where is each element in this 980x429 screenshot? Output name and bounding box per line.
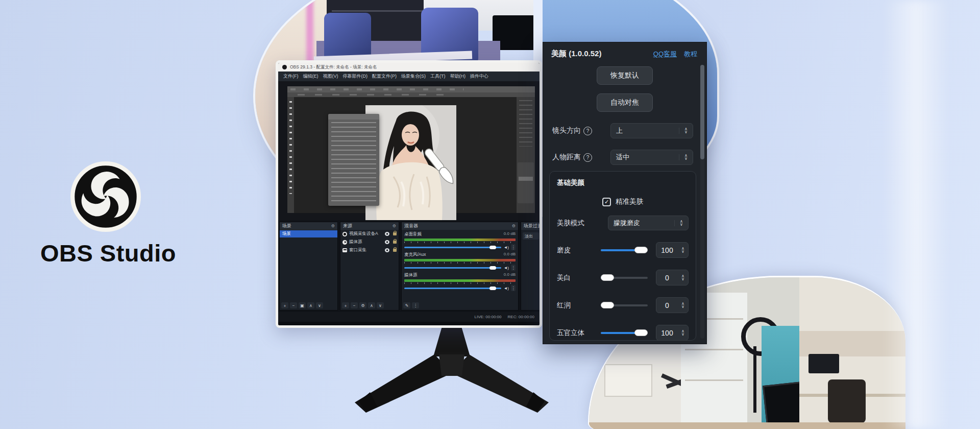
menu-file[interactable]: 文件(F) [283,73,299,80]
volume-slider[interactable] [404,245,501,249]
volume-slider[interactable] [404,286,501,290]
person-distance-row: 人物距离 ? 适中 ∧∨ [552,150,693,165]
source-properties-icon[interactable]: ⚙ [359,302,366,308]
filters-icon[interactable]: ✎ [403,302,410,308]
scenes-dock-title: 场景 [282,223,291,229]
editor-options-bar [287,92,535,97]
restore-defaults-button[interactable]: 恢复默认 [597,66,653,85]
select-chevrons-icon: ∧∨ [679,128,693,134]
smoothing-slider-row: 磨皮 100 ∧∨ [557,242,689,258]
volume-meter [404,259,516,261]
rosy-spinbox[interactable]: 0 ∧∨ [656,297,689,313]
slider-handle[interactable] [601,302,614,308]
channel-more-icon[interactable]: ⋮ [511,265,516,271]
add-source-icon[interactable]: ＋ [342,302,349,308]
live-status: LIVE: 00:00:00 [475,315,502,319]
menu-edit[interactable]: 编辑(E) [303,73,318,80]
slider-handle[interactable] [634,329,648,336]
menu-tools[interactable]: 工具(T) [430,73,446,80]
scene-item[interactable]: 场景 [280,230,337,237]
remove-source-icon[interactable]: − [351,302,358,308]
speaker-icon[interactable]: ◄) [503,245,509,250]
page: OBS Studio OBS 29.1.3 - 配置文件: 未命名 - 场景: … [0,0,980,429]
meter-ticks [404,262,516,264]
menu-profile[interactable]: 配置文件(P) [372,73,397,80]
channel-more-icon[interactable]: ⋮ [511,285,516,291]
smoothing-slider[interactable] [601,247,648,253]
spin-chevrons-icon[interactable]: ∧∨ [678,247,688,253]
editor-floating-panel [328,114,379,206]
channel-db: 0.0 dB [504,252,516,258]
spin-chevrons-icon[interactable]: ∧∨ [678,275,688,281]
spin-chevrons-icon[interactable]: ∧∨ [678,302,688,308]
source-down-icon[interactable]: ∨ [377,302,384,308]
tutorial-link[interactable]: 教程 [684,50,697,59]
face-3d-slider[interactable] [601,329,648,336]
qq-support-link[interactable]: QQ客服 [653,50,677,59]
dock-menu-icon[interactable]: ⚙ [393,224,396,228]
help-icon[interactable]: ? [583,153,592,162]
speaker-icon[interactable]: ◄) [503,286,509,291]
menu-docks[interactable]: 停靠部件(D) [343,73,368,80]
speaker-icon[interactable]: ◄) [503,266,509,270]
face-3d-spinbox[interactable]: 100 ∧∨ [656,325,689,341]
panel-scrollbar[interactable] [700,65,704,339]
scene-down-icon[interactable]: ∨ [316,302,323,308]
source-label: 窗口采集 [349,247,383,253]
volume-slider[interactable] [404,266,501,270]
rosy-value: 0 [656,301,678,309]
whitening-spinbox[interactable]: 0 ∧∨ [656,270,689,285]
help-icon[interactable]: ? [583,127,592,135]
slider-handle[interactable] [634,247,648,253]
visibility-eye-icon[interactable] [385,232,389,236]
add-scene-icon[interactable]: ＋ [281,302,288,308]
menu-view[interactable]: 视图(V) [323,73,338,80]
dock-menu-icon[interactable]: ⚙ [331,224,335,228]
visibility-eye-icon[interactable] [385,240,389,244]
source-row[interactable]: 媒体源 [340,238,399,246]
menu-scene-collection[interactable]: 场景集合(S) [401,73,426,80]
duplicate-scene-icon[interactable]: ▣ [299,302,306,308]
whitening-slider[interactable] [601,274,648,281]
visibility-eye-icon[interactable] [385,248,389,252]
source-row[interactable]: 窗口采集 [340,246,399,254]
lock-icon[interactable] [393,249,397,252]
rosy-slider[interactable] [601,302,648,308]
source-up-icon[interactable]: ∧ [368,302,375,308]
mixer-dock-title: 混音器 [404,223,418,229]
menu-help[interactable]: 帮助(H) [450,73,466,80]
lock-icon[interactable] [393,232,397,235]
camera-direction-value: 上 [611,126,679,135]
dock-menu-icon[interactable]: ⚙ [512,224,516,228]
meter-ticks [404,282,516,284]
menu-plugin-center[interactable]: 插件中心 [470,73,488,80]
scene-up-icon[interactable]: ∧ [307,302,314,308]
skin-mode-row: 美肤模式 朦胧磨皮 ∧∨ [557,216,689,230]
editor-toolstrip [287,97,294,213]
sources-dock-title: 来源 [343,223,352,229]
person-distance-label: 人物距离 [552,153,581,162]
lock-icon[interactable] [393,241,397,244]
person-distance-select[interactable]: 适中 ∧∨ [610,150,693,165]
spin-chevrons-icon[interactable]: ∧∨ [678,330,688,336]
scrollbar-thumb[interactable] [700,65,704,159]
face-3d-value: 100 [656,329,678,337]
camera-direction-select[interactable]: 上 ∧∨ [610,123,693,138]
transition-select[interactable]: 淡出 [523,232,539,240]
slider-handle[interactable] [601,274,614,281]
source-row[interactable]: 视频采集设备A [340,230,399,238]
window-title: OBS 29.1.3 - 配置文件: 未命名 - 场景: 未命名 [290,64,377,70]
skin-mode-select[interactable]: 朦胧磨皮 ∧∨ [608,216,689,230]
mixer-more-icon[interactable]: ⋮ [412,302,419,308]
camera-icon [342,232,347,236]
precise-skin-label: 精准美肤 [616,197,643,206]
volume-meter [404,239,516,241]
smoothing-spinbox[interactable]: 100 ∧∨ [656,242,689,258]
precise-skin-checkbox[interactable]: ✓ [602,198,611,206]
smoothing-label: 磨皮 [557,246,601,255]
select-chevrons-icon: ∧∨ [674,220,688,226]
channel-more-icon[interactable]: ⋮ [511,244,516,250]
screen-bottom-edge [278,322,540,325]
autofocus-button[interactable]: 自动对焦 [597,93,653,112]
remove-scene-icon[interactable]: − [290,302,297,308]
